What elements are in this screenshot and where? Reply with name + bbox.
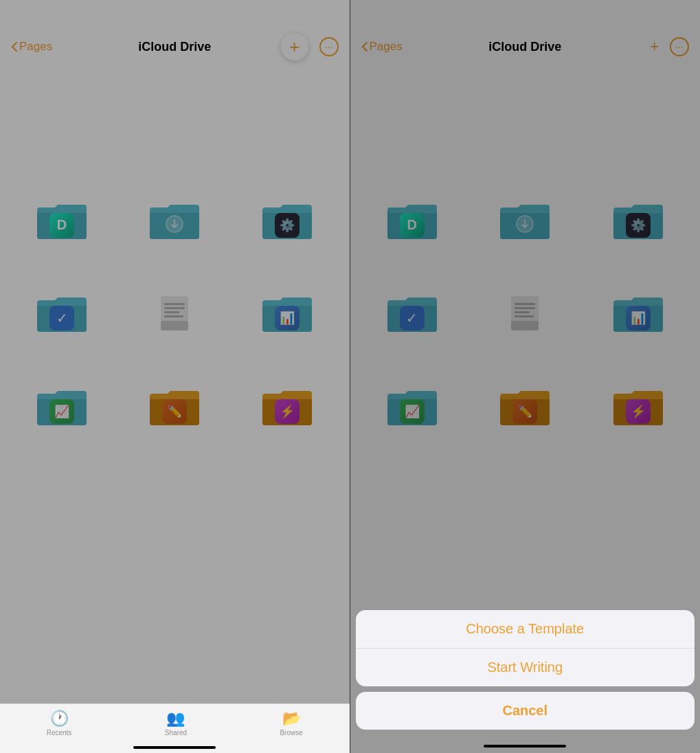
cancel-button[interactable]: Cancel xyxy=(356,692,695,730)
home-indicator-right xyxy=(484,745,566,748)
recents-icon: 🕐 xyxy=(50,710,69,728)
cancel-label: Cancel xyxy=(502,703,547,718)
tab-browse-left[interactable]: 📂 Browse xyxy=(280,710,302,739)
right-panel: 12:55 Pages iCloud Drive + ··· xyxy=(350,0,701,753)
home-indicator-left xyxy=(133,746,216,749)
shared-label: Shared xyxy=(165,729,187,737)
browse-icon: 📂 xyxy=(282,710,301,728)
left-overlay xyxy=(0,0,350,753)
choose-template-label: Choose a Template xyxy=(466,621,584,636)
start-writing-label: Start Writing xyxy=(487,660,563,675)
browse-label: Browse xyxy=(280,729,302,737)
action-sheet-main: Choose a Template Start Writing xyxy=(356,610,695,686)
start-writing-button[interactable]: Start Writing xyxy=(356,649,695,686)
action-sheet: Choose a Template Start Writing Cancel xyxy=(350,610,701,753)
tab-shared-left[interactable]: 👥 Shared xyxy=(165,710,187,739)
choose-template-button[interactable]: Choose a Template xyxy=(356,610,695,649)
shared-icon: 👥 xyxy=(166,710,185,728)
tab-recents-left[interactable]: 🕐 Recents xyxy=(47,710,72,739)
left-panel: 12:55 Pages iCloud Drive + ··· xyxy=(0,0,350,753)
recents-label: Recents xyxy=(47,729,72,737)
